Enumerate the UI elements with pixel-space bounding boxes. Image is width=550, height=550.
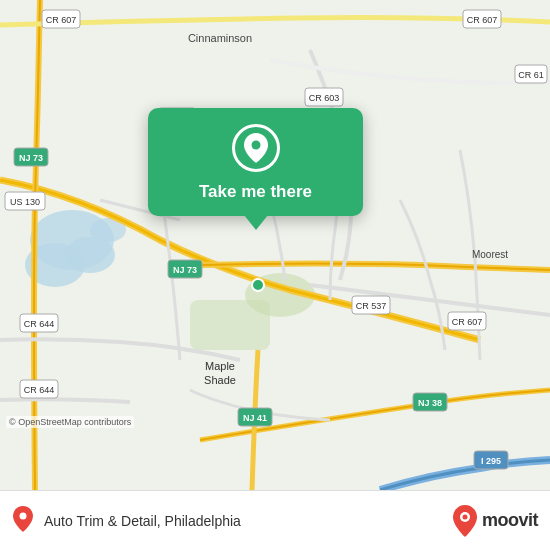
svg-text:CR 537: CR 537 — [356, 301, 387, 311]
svg-text:CR 603: CR 603 — [309, 93, 340, 103]
svg-text:Cinnaminson: Cinnaminson — [188, 32, 252, 44]
svg-text:I 295: I 295 — [481, 456, 501, 466]
svg-text:NJ 41: NJ 41 — [243, 413, 267, 423]
take-me-there-button[interactable]: Take me there — [199, 182, 312, 202]
location-icon-wrap — [12, 506, 34, 536]
pin-icon-wrap — [232, 124, 280, 172]
place-name: Auto Trim & Detail, Philadelphia — [44, 513, 442, 529]
svg-text:CR 607: CR 607 — [452, 317, 483, 327]
svg-rect-6 — [190, 300, 270, 350]
svg-point-45 — [462, 514, 467, 519]
svg-text:Maple: Maple — [205, 360, 235, 372]
map-container: CR 607 CR 607 CR 61 NJ 73 CR 607 CR 603 … — [0, 0, 550, 490]
svg-text:NJ 38: NJ 38 — [418, 398, 442, 408]
moovit-logo-text: moovit — [482, 510, 538, 531]
moovit-logo: moovit — [452, 505, 538, 537]
svg-text:US 130: US 130 — [10, 197, 40, 207]
osm-attribution: © OpenStreetMap contributors — [6, 416, 134, 428]
svg-text:NJ 73: NJ 73 — [173, 265, 197, 275]
svg-point-42 — [251, 141, 260, 150]
bottom-location-icon — [12, 506, 34, 532]
svg-point-3 — [65, 237, 115, 273]
svg-text:CR 644: CR 644 — [24, 319, 55, 329]
svg-text:Shade: Shade — [204, 374, 236, 386]
svg-text:CR 607: CR 607 — [46, 15, 77, 25]
moovit-pin-icon — [452, 505, 478, 537]
svg-point-41 — [252, 279, 264, 291]
svg-text:NJ 73: NJ 73 — [19, 153, 43, 163]
bottom-bar: Auto Trim & Detail, Philadelphia moovit — [0, 490, 550, 550]
svg-text:CR 607: CR 607 — [467, 15, 498, 25]
svg-point-43 — [20, 512, 27, 519]
svg-text:CR 644: CR 644 — [24, 385, 55, 395]
svg-text:Moorest: Moorest — [472, 249, 508, 260]
location-pin-icon — [243, 133, 269, 163]
svg-text:CR 61: CR 61 — [518, 70, 544, 80]
popup-card[interactable]: Take me there — [148, 108, 363, 216]
